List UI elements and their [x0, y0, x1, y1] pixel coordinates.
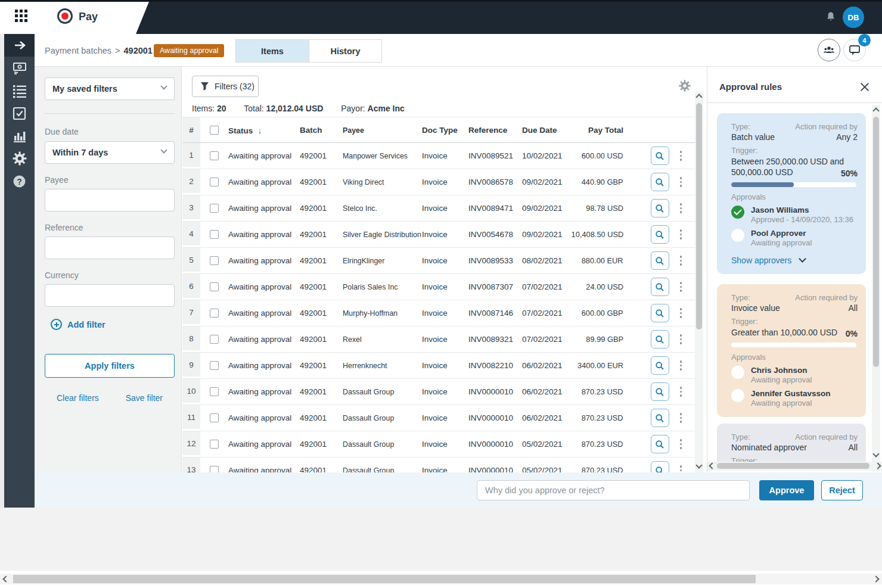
- view-item-button[interactable]: [651, 173, 669, 191]
- sidebar-approvals-icon[interactable]: [4, 102, 35, 125]
- row-checkbox[interactable]: [200, 230, 228, 239]
- show-approvers-link[interactable]: Show approvers: [731, 256, 858, 265]
- col-payee[interactable]: Payee: [343, 126, 422, 135]
- row-menu-button[interactable]: [680, 334, 682, 344]
- row-checkbox[interactable]: [200, 282, 228, 291]
- saved-filters-select[interactable]: My saved filters: [45, 77, 175, 100]
- row-menu-button[interactable]: [680, 282, 682, 292]
- col-batch[interactable]: Batch: [300, 126, 343, 135]
- comment-input[interactable]: Why did you approve or reject?: [477, 480, 750, 500]
- cell-status: Awaiting approval: [228, 151, 300, 160]
- magnifier-icon: [655, 151, 664, 161]
- cell-pay-total: 89.99 GBP: [573, 335, 623, 344]
- rule-trigger-value: Greater than 10,000.00 USD: [731, 327, 858, 338]
- view-item-button[interactable]: [651, 461, 669, 472]
- row-menu-button[interactable]: [680, 308, 682, 318]
- row-checkbox[interactable]: [200, 361, 228, 370]
- col-doc-type[interactable]: Doc Type: [422, 126, 468, 135]
- col-reference[interactable]: Reference: [468, 126, 522, 135]
- col-status[interactable]: Status↓: [228, 125, 300, 135]
- magnifier-icon: [655, 387, 664, 397]
- magnifier-icon: [655, 440, 664, 449]
- sidebar-settings-icon[interactable]: [4, 147, 35, 170]
- view-item-button[interactable]: [651, 225, 669, 244]
- apply-filters-button[interactable]: Apply filters: [45, 354, 175, 378]
- filter-panel: My saved filters Due date Within 7 days …: [35, 67, 182, 472]
- view-item-button[interactable]: [651, 304, 669, 322]
- row-checkbox[interactable]: [200, 335, 228, 344]
- view-item-button[interactable]: [651, 278, 669, 296]
- row-menu-button[interactable]: [680, 229, 682, 239]
- view-item-button[interactable]: [651, 251, 669, 270]
- row-menu-button[interactable]: [680, 387, 682, 397]
- sidebar-reports-icon[interactable]: [4, 125, 35, 147]
- row-checkbox[interactable]: [200, 466, 228, 472]
- row-menu-button[interactable]: [680, 360, 682, 371]
- sidebar-expand-arrow-icon[interactable]: [4, 34, 35, 57]
- sidebar-payments-icon[interactable]: [4, 57, 35, 79]
- row-checkbox[interactable]: [200, 387, 228, 396]
- row-checkbox[interactable]: [200, 178, 228, 186]
- notifications-bell-icon[interactable]: [824, 11, 837, 24]
- app-launcher-icon[interactable]: [15, 10, 27, 22]
- approve-button[interactable]: Approve: [759, 480, 814, 500]
- row-menu-button[interactable]: [680, 465, 682, 472]
- row-menu-button[interactable]: [680, 256, 682, 266]
- approval-panel-vertical-scrollbar[interactable]: [872, 105, 880, 462]
- row-checkbox[interactable]: [200, 151, 228, 160]
- row-checkbox[interactable]: [200, 440, 228, 449]
- view-item-button[interactable]: [651, 330, 669, 349]
- row-menu-button[interactable]: [680, 177, 682, 187]
- filters-button[interactable]: Filters (32): [192, 76, 259, 97]
- cell-reference: INV0089533: [468, 256, 522, 265]
- row-menu-button[interactable]: [680, 203, 682, 213]
- table-settings-gear-icon[interactable]: [678, 79, 691, 92]
- view-item-button[interactable]: [651, 435, 669, 453]
- tab-items[interactable]: Items: [236, 40, 309, 62]
- select-all-checkbox[interactable]: [200, 126, 228, 135]
- close-icon[interactable]: [860, 82, 869, 92]
- sidebar-help-icon[interactable]: ?: [4, 170, 35, 192]
- col-due-date[interactable]: Due Date: [522, 126, 573, 135]
- table-vertical-scrollbar[interactable]: [695, 91, 703, 472]
- sidebar-list-icon[interactable]: [4, 79, 35, 102]
- currency-input[interactable]: [45, 284, 175, 307]
- row-checkbox[interactable]: [200, 256, 228, 265]
- row-menu-button[interactable]: [680, 413, 682, 423]
- view-item-button[interactable]: [651, 356, 669, 375]
- row-menu-button[interactable]: [680, 151, 682, 161]
- cell-doc-type: Invoice: [422, 204, 468, 213]
- clear-filters-link[interactable]: Clear filters: [57, 393, 99, 403]
- approver-row: Jennifer GustavssonAwaiting approval: [731, 389, 858, 408]
- tab-history[interactable]: History: [309, 40, 381, 62]
- page-horizontal-scrollbar[interactable]: [0, 571, 882, 588]
- view-item-button[interactable]: [651, 409, 669, 427]
- row-checkbox[interactable]: [200, 309, 228, 318]
- cell-batch: 492001: [300, 335, 343, 344]
- table-header-row: # Status↓ Batch Payee Doc Type Reference…: [182, 117, 695, 143]
- chevron-down-icon: [160, 147, 167, 153]
- table-summary: Items: 20 Total: 12,012.04 USD Payor: Ac…: [192, 104, 405, 113]
- approvers-button[interactable]: [818, 39, 840, 61]
- view-item-button[interactable]: [651, 199, 669, 217]
- cell-pay-total: 870.23 USD: [573, 387, 623, 396]
- row-menu-button[interactable]: [680, 439, 682, 449]
- view-item-button[interactable]: [651, 147, 669, 165]
- save-filter-link[interactable]: Save filter: [126, 393, 163, 403]
- reference-input[interactable]: [45, 237, 175, 259]
- approval-panel-horizontal-scrollbar[interactable]: [707, 462, 882, 471]
- due-date-select[interactable]: Within 7 days: [45, 141, 175, 164]
- add-filter-link[interactable]: Add filter: [51, 319, 175, 330]
- col-pay-total[interactable]: Pay Total: [573, 126, 623, 135]
- cell-status: Awaiting approval: [228, 413, 300, 422]
- sort-desc-icon: ↓: [257, 125, 262, 135]
- payee-input[interactable]: [45, 189, 175, 211]
- breadcrumb-parent[interactable]: Payment batches: [45, 46, 111, 55]
- filter-label-reference: Reference: [45, 223, 175, 232]
- view-item-button[interactable]: [651, 382, 669, 401]
- row-checkbox[interactable]: [200, 413, 228, 422]
- reject-button[interactable]: Reject: [821, 480, 863, 500]
- app-title: Pay: [79, 11, 98, 23]
- user-avatar[interactable]: DB: [843, 7, 864, 28]
- row-checkbox[interactable]: [200, 204, 228, 213]
